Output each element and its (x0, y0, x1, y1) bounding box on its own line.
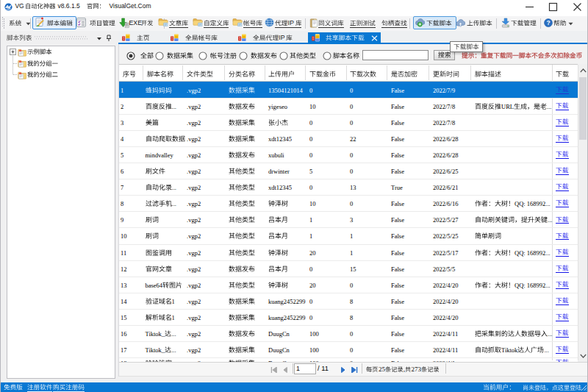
svg-text:?: ? (546, 18, 550, 26)
